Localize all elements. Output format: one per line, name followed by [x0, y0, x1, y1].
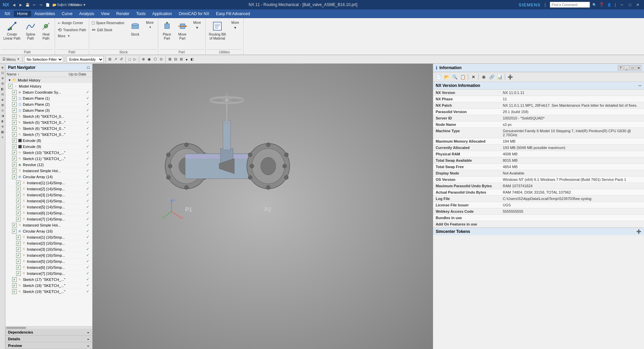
sidebar-icon-4[interactable]: ⊞ — [0, 81, 5, 86]
more-path-button[interactable]: More ▼ — [56, 34, 88, 39]
maximize-btn[interactable]: □ — [627, 1, 633, 8]
pn-checkbox[interactable]: ✓ — [12, 96, 17, 101]
menu-button[interactable]: ☰ Menu ▼ — [1, 57, 20, 62]
pn-checkbox[interactable]: ✓ — [16, 247, 21, 252]
undo-btn[interactable]: ↩ — [31, 2, 37, 8]
pn-checkbox[interactable]: ✓ — [12, 150, 17, 155]
window-btn[interactable]: Window — [73, 2, 79, 8]
pn-item[interactable]: ✓ ⊞ Circular Array (14) ✓ — [5, 174, 92, 180]
pn-item[interactable]: ✓ ◫ Datum Plane (3) ✓ — [5, 107, 92, 113]
pn-item[interactable]: ✓ ✎ Sketch (4) "SKETCH_0... ✓ — [5, 113, 92, 119]
menu-tools[interactable]: Tools — [133, 11, 149, 17]
pn-checkbox[interactable]: ✓ — [16, 205, 21, 209]
sidebar-icon-9[interactable]: ⊙ — [0, 108, 5, 113]
pn-item[interactable]: ✓ ◫ Datum Plane (2) ✓ — [5, 101, 92, 107]
menu-render[interactable]: Render — [113, 11, 133, 17]
info-close-btn[interactable]: ✕ — [636, 65, 641, 70]
simcenter-tokens-row[interactable]: Simcenter Tokens ➕ — [433, 228, 644, 235]
window-dropdown[interactable]: ▼ — [82, 2, 88, 8]
menu-assemblies[interactable]: Assemblies — [31, 11, 58, 17]
sidebar-icon-12[interactable]: ⊛ — [0, 124, 5, 129]
pn-item[interactable]: ✓ ○ Model History — [5, 83, 92, 89]
pn-checkbox[interactable]: ✓ — [16, 211, 21, 215]
pn-item[interactable]: ✓ ⧖ Instance[6] (14)/Simp... ✓ — [5, 210, 92, 216]
pn-item[interactable]: ✓ ⧖ Instance[6] (16)/Simp... ✓ — [5, 264, 92, 270]
pn-item[interactable]: ✓ ⧖ Instance[2] (16)/Simp... ✓ — [5, 240, 92, 246]
menu-home[interactable]: Home — [14, 11, 31, 17]
snap-icon[interactable]: ⊞ — [107, 57, 112, 62]
info-plus-btn[interactable]: ➕ — [506, 73, 514, 81]
create-linear-path-button[interactable]: CreateLinear Path — [1, 19, 22, 42]
pn-checkbox[interactable]: ✓ — [12, 229, 17, 234]
new-btn[interactable]: 📄 — [45, 2, 51, 8]
pn-item[interactable]: ✓ ⧖ Instanced Simple Hol... ✓ — [5, 222, 92, 228]
pn-checkbox[interactable]: ✓ — [12, 223, 17, 228]
pn-checkbox[interactable]: ✓ — [16, 259, 21, 264]
help-icon[interactable]: ❓ — [599, 2, 605, 8]
info-close2-btn[interactable]: ✕ — [470, 73, 477, 81]
pn-checkbox[interactable]: ✓ — [16, 235, 21, 240]
pn-item[interactable]: ✓ ⬛ Extrude (9) ✓ — [5, 144, 92, 150]
sidebar-icon-10[interactable]: ◑ — [0, 113, 5, 118]
pn-preview[interactable]: Preview ⌄ — [5, 342, 92, 349]
pn-checkbox[interactable]: ✓ — [12, 144, 17, 149]
rotate-icon[interactable]: ↺ — [119, 57, 124, 62]
info-help-btn[interactable]: ? — [618, 65, 623, 70]
pn-item[interactable]: ✓ ✎ Sketch (11) "SKETCH_..." ✓ — [5, 156, 92, 162]
section-icon[interactable]: ⊙ — [159, 57, 164, 62]
sidebar-icon-7[interactable]: ◈ — [0, 97, 5, 102]
pn-item[interactable]: ✓ ⧖ Instance[3] (14)/Simp... ✓ — [5, 192, 92, 198]
pn-item[interactable]: ✓ ⧖ Instance[3] (16)/Simp... ✓ — [5, 246, 92, 252]
pn-details[interactable]: Details ⌄ — [5, 336, 92, 342]
pn-dependencies[interactable]: Dependencies ⌄ — [5, 329, 92, 336]
spline-path-button[interactable]: SplinePath — [23, 19, 38, 42]
assembly-select[interactable]: Entire Assembly Selection — [67, 56, 104, 63]
horizontal-scrollbar[interactable] — [6, 327, 26, 329]
heal-path-button[interactable]: HealPath — [39, 19, 53, 42]
menu-easyfill[interactable]: Easy Fill Advanced — [213, 11, 253, 17]
space-reservation-button[interactable]: □ Space Reservation — [91, 19, 126, 26]
user-icon[interactable]: 👤 — [606, 2, 612, 8]
pn-item[interactable]: ✓ ✎ Sketch (10) "SKETCH_..." ✓ — [5, 150, 92, 156]
pn-item[interactable]: ✓ ⧖ Instance[5] (14)/Simp... ✓ — [5, 204, 92, 210]
menu-application[interactable]: Application — [149, 11, 175, 17]
more-part-button[interactable]: More ▼ — [191, 19, 204, 31]
sidebar-icon-14[interactable]: ≡ — [0, 135, 5, 140]
pn-item[interactable]: ✓ ✎ Sketch (6) "SKETCH_0..." ✓ — [5, 126, 92, 132]
pn-item[interactable]: ✓ ⧖ Instance[7] (14)/Simp... ✓ — [5, 216, 92, 222]
pn-checkbox[interactable]: ✓ — [12, 174, 17, 179]
arrow-icon[interactable]: ↗ — [113, 57, 118, 62]
info-copy-btn[interactable]: 📋 — [459, 73, 467, 81]
square-icon[interactable]: □ — [127, 57, 132, 62]
selection-filter-select[interactable]: No Selection Filter — [24, 56, 63, 63]
pn-model-history[interactable]: ▼ 📁 Model History — [5, 77, 92, 83]
menu-curve[interactable]: Curve — [58, 11, 76, 17]
more-utilities-button[interactable]: More ▼ — [228, 19, 242, 31]
pn-checkbox[interactable]: ✓ — [12, 162, 17, 167]
pn-checkbox[interactable]: ✓ — [12, 138, 17, 143]
pn-item[interactable]: ✓ ⊕ Datum Coordinate Sy... ✓ — [5, 89, 92, 95]
pn-checkbox[interactable]: ✓ — [16, 241, 21, 246]
viewport[interactable]: P1 P2 ZC YC XC — [93, 64, 433, 349]
pn-checkbox[interactable]: ✓ — [16, 265, 21, 270]
info-open-btn[interactable]: 📂 — [443, 73, 450, 81]
pn-item[interactable]: ✓ ⧖ Instance[4] (16)/Simp... ✓ — [5, 252, 92, 258]
pn-checkbox[interactable]: ✓ — [12, 114, 17, 119]
pn-item[interactable]: ✓ ⧖ Instance[2] (14)/Simp... ✓ — [5, 186, 92, 192]
menu-nx[interactable]: NX — [1, 11, 14, 17]
pn-item[interactable]: ✓ ⧖ Instance[1] (14)/Simp... ✓ — [5, 180, 92, 186]
pn-maximize-icon[interactable]: □ — [87, 65, 90, 70]
pn-checkbox[interactable]: ✓ — [12, 108, 17, 113]
group-icon[interactable]: ⊞ — [179, 57, 184, 62]
pn-item[interactable]: ✓ ⧖ Instance[4] (14)/Simp... ✓ — [5, 198, 92, 204]
info-add-btn[interactable]: ⊕ — [480, 73, 487, 81]
sidebar-icon-5[interactable]: ◧ — [0, 87, 5, 91]
pn-item[interactable]: ✓ ⧖ Instance[1] (16)/Simp... ✓ — [5, 234, 92, 240]
dim-icon[interactable]: ● — [184, 57, 189, 62]
pn-checkbox[interactable]: ✓ — [16, 187, 21, 191]
pn-checkbox[interactable]: ✓ — [16, 271, 21, 276]
pn-item[interactable]: ✓ ✎ Sketch (5) "SKETCH_0..." ✓ — [5, 119, 92, 126]
pn-item[interactable]: ✓ ◫ Datum Plane (1) ✓ — [5, 95, 92, 101]
pn-checkbox[interactable]: ✓ — [12, 283, 17, 288]
search-icon[interactable]: 🔍 — [591, 2, 597, 8]
